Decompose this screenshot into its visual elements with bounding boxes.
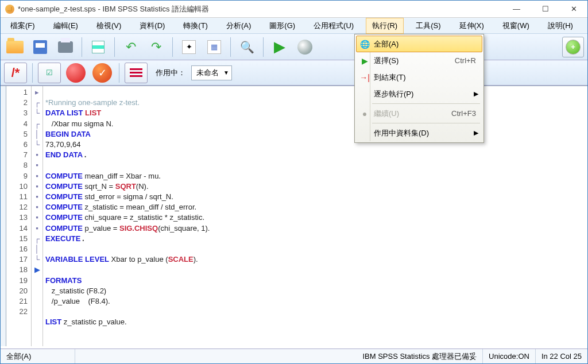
stop-button[interactable]	[294, 37, 316, 57]
globe-icon	[297, 40, 312, 55]
bars-icon	[130, 68, 142, 77]
menu-label: 繼續(U)	[374, 109, 399, 119]
dataset-combo[interactable]: 未命名▼	[191, 65, 232, 80]
separator	[32, 63, 33, 83]
status-position: In 22 Col 25	[536, 349, 587, 363]
separator	[372, 103, 480, 104]
asterisk-icon: /*	[11, 65, 20, 80]
menu-run-selection[interactable]: ▶ 選擇(S) Ctrl+R	[356, 52, 482, 69]
status-bar: 全部(A) IBM SPSS Statistics 處理器已備妥 Unicode…	[1, 348, 587, 363]
open-button[interactable]	[4, 37, 26, 57]
menu-label: 全部(A)	[374, 39, 399, 49]
redo-button[interactable]: ↷	[145, 37, 167, 57]
shortcut: Ctrl+F3	[451, 109, 476, 118]
grid-button[interactable]	[87, 37, 109, 57]
menu-transform[interactable]: 轉換(T)	[177, 18, 214, 34]
separator	[372, 123, 480, 123]
grid-icon	[92, 41, 105, 53]
menu-edit[interactable]: 編輯(E)	[47, 18, 84, 34]
menu-active-dataset[interactable]: 作用中資料集(D) ▶	[356, 125, 482, 141]
menu-extensions[interactable]: 延伸(X)	[453, 18, 490, 34]
menu-file[interactable]: 檔案(F)	[4, 18, 41, 34]
title-bar: *one-sample_z-test.sps - IBM SPSS Statis…	[1, 1, 587, 18]
menu-analyze[interactable]: 分析(A)	[220, 18, 257, 34]
menu-data[interactable]: 資料(D)	[133, 18, 171, 34]
toolbar-secondary: /* ☑ ✓ 作用中： 未命名▼	[1, 60, 587, 86]
folder-icon	[6, 41, 24, 53]
menu-run-step[interactable]: 逐步執行(P) ▶	[356, 86, 482, 102]
code-area[interactable]: *Running one-sample z-test. DATA LIST LI…	[43, 86, 587, 346]
goto-button[interactable]: ✦	[178, 37, 200, 57]
separator	[114, 37, 115, 57]
separator	[263, 37, 264, 57]
submenu-arrow-icon: ▶	[474, 90, 478, 98]
status-left: 全部(A)	[1, 349, 75, 363]
status-unicode: Unicode:ON	[483, 349, 536, 363]
run-menu-dropdown: 🌐 全部(A) ▶ 選擇(S) Ctrl+R →| 到結束(T) 逐步執行(P)…	[354, 34, 484, 143]
menu-help[interactable]: 說明(H)	[541, 18, 579, 34]
active-label: 作用中：	[151, 65, 188, 80]
circle-icon	[66, 63, 86, 83]
menu-run-continue: ● 繼續(U) Ctrl+F3	[356, 105, 482, 122]
globe-icon: 🌐	[359, 40, 370, 49]
continue-icon: ●	[359, 109, 370, 118]
find-button[interactable]: 🔍	[236, 37, 258, 57]
line-gutter: 12345678910111213141516171819202122	[6, 86, 32, 346]
record-button[interactable]	[64, 63, 87, 83]
to-end-icon: →|	[359, 73, 370, 82]
chevron-down-icon: ▼	[223, 69, 229, 76]
status-processor: IBM SPSS Statistics 處理器已備妥	[357, 349, 483, 363]
menu-run[interactable]: 執行(R)	[366, 18, 404, 34]
print-button[interactable]	[55, 37, 76, 57]
printer-icon	[58, 41, 73, 53]
menu-view[interactable]: 檢視(V)	[90, 18, 127, 34]
dataset-value: 未命名	[196, 68, 219, 78]
close-button[interactable]: ✕	[565, 2, 583, 16]
fold-gutter: ▸┌└┌│└▪▪▪▪▪▪▪▪┌│└▶	[32, 86, 43, 346]
save-button[interactable]	[29, 37, 51, 57]
menu-graphs[interactable]: 圖形(G)	[263, 18, 301, 34]
run-button[interactable]: ▶	[269, 37, 291, 57]
minimize-button[interactable]: —	[507, 2, 526, 16]
maximize-button[interactable]: ☐	[536, 2, 555, 16]
breakpoint-button[interactable]: /*	[4, 63, 27, 83]
menu-bar: 檔案(F) 編輯(E) 檢視(V) 資料(D) 轉換(T) 分析(A) 圖形(G…	[1, 18, 587, 34]
checklist-icon: ☑	[46, 68, 53, 77]
menu-label: 到結束(T)	[374, 72, 406, 83]
toolbar-main: ↶ ↷ ✦ ▦ 🔍 ▶ +	[1, 34, 587, 60]
play-icon: ▶	[359, 56, 370, 65]
undo-button[interactable]: ↶	[120, 37, 142, 57]
star-icon: ✦	[182, 40, 196, 54]
menu-label: 選擇(S)	[374, 56, 399, 66]
separator	[230, 37, 231, 57]
menu-run-to-end[interactable]: →| 到結束(T)	[356, 69, 482, 86]
shortcut: Ctrl+R	[455, 56, 476, 65]
separator	[119, 63, 119, 83]
menu-label: 作用中資料集(D)	[374, 128, 429, 138]
separator	[82, 37, 82, 57]
menu-utilities[interactable]: 公用程式(U)	[307, 18, 360, 34]
menu-label: 逐步執行(P)	[374, 89, 413, 99]
plus-icon: +	[566, 40, 581, 55]
app-icon	[5, 5, 14, 14]
check-button[interactable]: ✓	[91, 63, 114, 83]
dialog-button[interactable]: ▦	[203, 37, 225, 57]
bars-button[interactable]	[125, 63, 148, 83]
submenu-arrow-icon: ▶	[474, 129, 478, 137]
menu-window[interactable]: 視窗(W)	[496, 18, 536, 34]
menu-run-all[interactable]: 🌐 全部(A)	[356, 36, 482, 52]
floppy-icon	[33, 40, 47, 54]
menu-tools[interactable]: 工具(S)	[409, 18, 447, 34]
add-button[interactable]: +	[562, 37, 584, 57]
separator	[172, 37, 173, 57]
check-icon: ✓	[92, 63, 112, 83]
editor: 12345678910111213141516171819202122 ▸┌└┌…	[1, 86, 587, 346]
nav-panel[interactable]	[1, 86, 6, 346]
binoculars-icon: 🔍	[240, 40, 254, 54]
window-title: *one-sample_z-test.sps - IBM SPSS Statis…	[18, 4, 507, 14]
table-icon: ▦	[207, 40, 221, 54]
toggle-button[interactable]: ☑	[38, 63, 61, 83]
